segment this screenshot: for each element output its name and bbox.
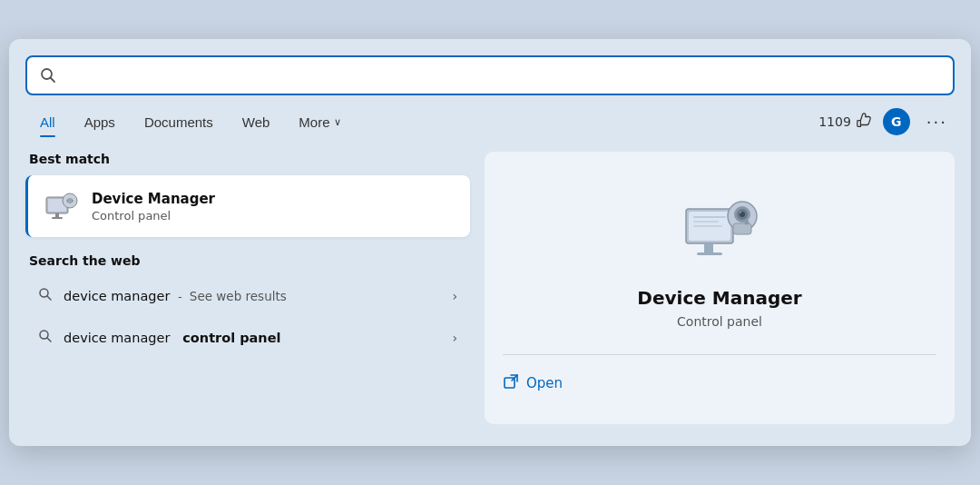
svg-rect-15 [697,252,722,255]
tab-more[interactable]: More ∨ [286,109,353,135]
right-panel: Device Manager Control panel Open [485,152,955,424]
svg-rect-4 [55,213,59,217]
tab-all[interactable]: All [27,109,68,135]
svg-rect-25 [693,225,722,227]
svg-line-9 [47,296,51,300]
svg-rect-14 [704,243,713,252]
main-content: Best match Device Manage [25,152,955,424]
search-input[interactable]: device manager [65,66,940,84]
tabs-left: All Apps Documents Web More ∨ [27,109,818,135]
svg-rect-5 [52,217,63,219]
open-external-icon [503,373,519,393]
left-panel: Best match Device Manage [25,152,470,424]
device-manager-small-icon [43,188,79,224]
right-panel-subtitle: Control panel [677,314,762,329]
svg-point-20 [740,212,741,213]
open-button[interactable]: Open [503,370,563,397]
feedback-count[interactable]: 1109 [818,113,872,132]
feedback-number: 1109 [818,114,851,129]
web-section-title: Search the web [25,253,470,268]
svg-line-1 [51,78,55,83]
user-avatar[interactable]: G [883,108,910,135]
feedback-icon [856,113,872,132]
right-panel-title: Device Manager [637,287,801,309]
svg-rect-23 [693,216,726,218]
best-match-item[interactable]: Device Manager Control panel [25,175,470,237]
best-match-title: Best match [25,152,470,166]
chevron-down-icon: ∨ [334,116,341,128]
best-match-item-title: Device Manager [92,191,215,207]
web-search-icon-2 [38,329,53,347]
web-result-item-1[interactable]: device manager - See web results › [25,277,470,315]
tab-web[interactable]: Web [230,109,283,135]
tab-documents[interactable]: Documents [132,109,226,135]
open-label: Open [526,375,563,391]
chevron-right-icon-1: › [452,289,457,303]
tab-apps[interactable]: Apps [72,109,128,135]
divider [503,354,936,355]
device-manager-large-icon [679,189,760,271]
search-window: device manager All Apps Documents Web Mo… [9,39,971,446]
svg-rect-24 [693,221,719,223]
svg-line-11 [47,338,51,341]
web-search-icon-1 [38,287,53,305]
svg-point-22 [745,220,750,224]
search-icon [40,67,56,84]
more-options-button[interactable]: ··· [921,109,953,135]
web-result-text-2: device manager control panel [64,331,445,345]
chevron-right-icon-2: › [452,331,457,345]
web-result-text-1: device manager - See web results [64,289,445,303]
best-match-info: Device Manager Control panel [92,191,215,223]
svg-rect-21 [733,223,751,234]
tabs-right: 1109 G ··· [818,108,953,135]
svg-point-7 [68,199,73,203]
web-result-item-2[interactable]: device manager control panel › [25,319,470,357]
search-bar: device manager [25,55,955,95]
best-match-item-subtitle: Control panel [92,209,215,223]
tabs-row: All Apps Documents Web More ∨ 1109 G ··· [25,108,955,135]
